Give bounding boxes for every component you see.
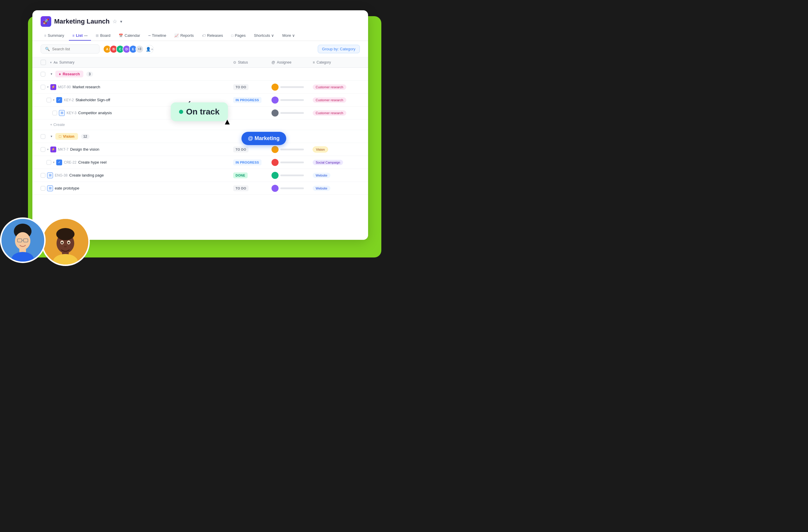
tab-releases[interactable]: 🏷 Releases xyxy=(199,31,226,41)
task-checkbox-mgt90[interactable] xyxy=(41,85,45,90)
task-checkbox-mkt7[interactable] xyxy=(41,147,45,152)
task-icon-key3: ⊞ xyxy=(59,110,65,116)
task-id-eng38: ENG-38 xyxy=(55,173,68,177)
category-badge-proto[interactable]: Website xyxy=(313,186,330,191)
task-name-eng38[interactable]: Create landing page xyxy=(69,173,104,177)
status-badge-proto[interactable]: TO DO xyxy=(233,185,249,191)
task-expand-cre22[interactable]: ▾ xyxy=(53,161,54,164)
tab-more[interactable]: More ∨ xyxy=(279,31,298,41)
group-research: ▾ ♦ Research 3 xyxy=(32,68,368,81)
status-badge-cre22[interactable]: IN PROGRESS xyxy=(233,159,261,165)
on-track-tooltip: On track xyxy=(171,102,228,121)
task-name-key2[interactable]: Stakeholder Sign-off xyxy=(76,98,110,102)
table-row: ▾ ⚡ MGT-90 Market research TO DO Custome… xyxy=(32,81,368,94)
header-status: ⊙ Status xyxy=(233,60,272,64)
category-badge-key3[interactable]: Customer research xyxy=(313,110,346,116)
assignee-avatar-proto xyxy=(272,185,279,192)
group-checkbox-research[interactable] xyxy=(41,72,45,76)
cursor-icon: ▲ xyxy=(223,117,232,127)
task-assignee-eng38 xyxy=(272,172,313,179)
header: 🚀 Marketing Launch ☆ ▾ ≡ Summary ≡ List … xyxy=(32,10,368,41)
task-assignee-key2 xyxy=(272,96,313,103)
assignee-avatar-mgt90 xyxy=(272,83,279,91)
group-checkbox-vision[interactable] xyxy=(41,134,45,139)
tab-summary[interactable]: ≡ Summary xyxy=(41,31,68,41)
svg-point-15 xyxy=(61,242,63,244)
svg-point-16 xyxy=(68,242,70,244)
task-name-proto[interactable]: eate prototype xyxy=(55,186,79,190)
table-container: ▾ Aa Summary ⊙ Status @ Assignee ≡ Categ… xyxy=(32,57,368,240)
title-row: 🚀 Marketing Launch ☆ ▾ xyxy=(41,16,360,27)
tab-shortcuts[interactable]: Shortcuts ∨ xyxy=(250,31,278,41)
tab-board[interactable]: ⊞ Board xyxy=(92,31,114,41)
category-badge-mgt90[interactable]: Customer research xyxy=(313,84,346,90)
avatar-extra-count: +3 xyxy=(135,45,144,53)
tab-calendar[interactable]: 📅 Calendar xyxy=(115,31,144,41)
group-chevron-vision[interactable]: ▾ xyxy=(51,134,52,138)
category-badge-eng38[interactable]: Website xyxy=(313,173,330,178)
person-avatar-2 xyxy=(41,217,90,266)
star-icon[interactable]: ☆ xyxy=(112,18,117,25)
task-name-mkt7[interactable]: Design the vision xyxy=(70,147,99,152)
status-badge-eng38[interactable]: DONE xyxy=(233,172,247,178)
person-avatar-1-svg xyxy=(1,217,44,263)
task-name-key3[interactable]: Competitor analysis xyxy=(78,111,112,115)
task-assignee-key3 xyxy=(272,110,313,116)
tab-list[interactable]: ≡ List ••• xyxy=(69,31,91,41)
assignee-bar-mgt90 xyxy=(280,86,304,88)
task-status-proto: TO DO xyxy=(233,185,272,191)
svg-point-17 xyxy=(64,246,67,247)
task-status-mgt90: TO DO xyxy=(233,84,272,90)
sort-icon: Aa xyxy=(54,61,57,64)
timeline-icon: ━ xyxy=(148,34,150,38)
task-category-cre22: Social Campaign xyxy=(313,159,360,165)
main-card: 🚀 Marketing Launch ☆ ▾ ≡ Summary ≡ List … xyxy=(32,10,368,240)
toolbar-left: 🔍 A B C D E +3 👤+ xyxy=(41,44,154,54)
task-checkbox-cre22[interactable] xyxy=(47,160,51,165)
task-summary-cre22: ▾ ✓ CRE-22 Create hype reel xyxy=(41,157,233,168)
search-box[interactable]: 🔍 xyxy=(41,44,99,54)
search-input[interactable] xyxy=(52,47,95,51)
status-badge-mgt90[interactable]: TO DO xyxy=(233,84,249,90)
task-icon-key2: ✓ xyxy=(56,97,62,103)
category-badge-cre22[interactable]: Social Campaign xyxy=(313,160,343,165)
status-badge-key2[interactable]: IN PROGRESS xyxy=(233,97,261,103)
tab-pages[interactable]: □ Pages xyxy=(227,31,249,41)
task-id-mkt7: MKT-7 xyxy=(58,147,68,152)
task-name-mgt90[interactable]: Market research xyxy=(72,85,100,89)
nav-tabs: ≡ Summary ≡ List ••• ⊞ Board 📅 Calendar … xyxy=(41,31,360,41)
add-user-button[interactable]: 👤+ xyxy=(145,45,154,53)
group-chevron-research[interactable]: ▾ xyxy=(51,72,52,76)
toolbar: 🔍 A B C D E +3 👤+ Group by: Category xyxy=(32,41,368,57)
category-badge-key2[interactable]: Customer research xyxy=(313,97,346,103)
task-status-mkt7: TO DO xyxy=(233,147,272,152)
task-status-cre22: IN PROGRESS xyxy=(233,159,272,165)
task-checkbox-proto[interactable] xyxy=(41,186,45,191)
task-summary-proto: ⊞ eate prototype xyxy=(41,183,233,194)
task-checkbox-eng38[interactable] xyxy=(41,173,45,178)
task-category-eng38: Website xyxy=(313,172,360,178)
table-row: ⊞ eate prototype TO DO Website xyxy=(32,182,368,195)
task-id-cre22: CRE-22 xyxy=(64,160,77,165)
task-name-cre22[interactable]: Create hype reel xyxy=(78,160,107,165)
task-checkbox-key3[interactable] xyxy=(52,111,57,115)
group-by-button[interactable]: Group by: Category xyxy=(318,45,360,53)
task-expand-mgt90[interactable]: ▾ xyxy=(47,86,49,89)
title-chevron-icon[interactable]: ▾ xyxy=(120,19,122,24)
task-assignee-cre22 xyxy=(272,159,313,166)
expand-icon: ▾ xyxy=(50,61,52,64)
task-expand-key2[interactable]: ▾ xyxy=(53,98,54,101)
table-row: ⊞ ENG-38 Create landing page DONE Websit… xyxy=(32,169,368,182)
task-expand-mkt7[interactable]: ▾ xyxy=(47,148,49,151)
task-checkbox-key2[interactable] xyxy=(47,98,51,102)
people-avatars xyxy=(0,217,90,266)
category-badge-mkt7[interactable]: Vision xyxy=(313,147,328,152)
header-checkbox[interactable] xyxy=(41,60,46,65)
task-icon-proto: ⊞ xyxy=(47,185,53,191)
svg-point-10 xyxy=(56,228,74,240)
on-track-text: On track xyxy=(186,107,220,116)
tab-timeline[interactable]: ━ Timeline xyxy=(145,31,170,41)
task-id-key3: KEY-3 xyxy=(67,111,77,115)
status-badge-mkt7[interactable]: TO DO xyxy=(233,147,249,152)
tab-reports[interactable]: 📈 Reports xyxy=(171,31,197,41)
